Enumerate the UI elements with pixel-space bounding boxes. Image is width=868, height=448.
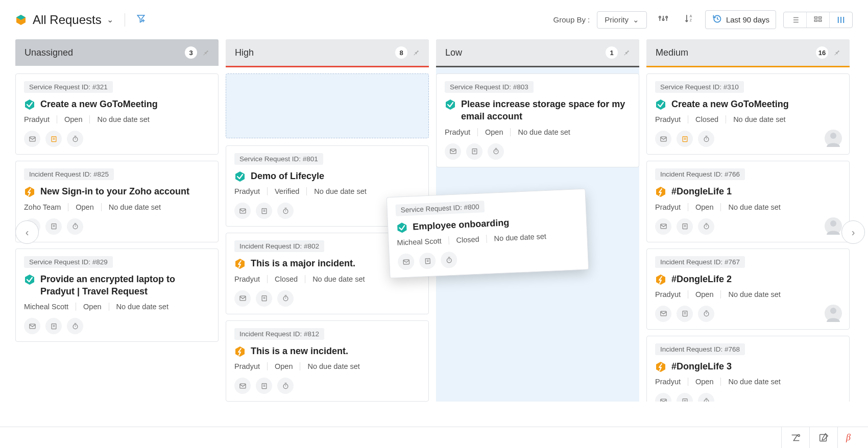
card-id-badge: Incident Request ID: #768 <box>655 343 745 355</box>
note-icon[interactable] <box>677 393 693 402</box>
settings-filter-icon[interactable] <box>654 10 672 29</box>
pin-icon[interactable] <box>833 48 840 57</box>
scroll-right-button[interactable]: › <box>841 220 865 244</box>
note-icon[interactable] <box>677 218 693 235</box>
note-icon[interactable] <box>256 378 272 394</box>
mail-icon[interactable] <box>445 143 461 160</box>
card-due: No due date set <box>307 187 373 195</box>
note-icon[interactable] <box>419 253 436 269</box>
request-card[interactable]: Service Request ID: #829Provide an encry… <box>15 248 219 342</box>
card-id-badge: Service Request ID: #801 <box>234 153 323 165</box>
timer-icon[interactable] <box>698 306 714 322</box>
date-range-button[interactable]: Last 90 days <box>705 10 776 29</box>
mail-icon[interactable] <box>234 378 251 394</box>
mail-icon[interactable] <box>655 306 671 322</box>
mail-icon[interactable] <box>655 393 671 402</box>
compose-button[interactable] <box>809 427 837 449</box>
drop-zone[interactable] <box>226 73 429 138</box>
column-title: Medium <box>656 47 688 58</box>
note-icon[interactable] <box>677 131 693 147</box>
request-card[interactable]: Service Request ID: #803Please increase … <box>436 73 639 167</box>
card-meta: Micheal Scott Closed No due date set <box>397 231 578 247</box>
sort-icon[interactable]: AZ <box>680 10 698 29</box>
timer-icon[interactable] <box>698 218 714 235</box>
column-header[interactable]: High8 <box>226 39 429 66</box>
pin-icon[interactable] <box>623 48 630 57</box>
incident-request-icon <box>655 361 666 372</box>
request-card[interactable]: Incident Request ID: #825New Sign-in to … <box>15 161 219 242</box>
mail-icon[interactable] <box>234 290 251 307</box>
card-status: Closed <box>449 235 487 244</box>
column-header[interactable]: Low1 <box>436 39 639 66</box>
beta-button[interactable]: β <box>837 427 859 449</box>
svg-point-13 <box>666 16 667 18</box>
request-card[interactable]: Incident Request ID: #767#DongleLife 2Pr… <box>646 248 850 330</box>
service-request-icon <box>445 99 456 110</box>
timer-icon[interactable] <box>441 252 457 268</box>
card-meta: PradyutOpenNo due date set <box>24 115 210 123</box>
timer-icon[interactable] <box>488 143 504 160</box>
pin-icon[interactable] <box>202 48 209 57</box>
note-icon[interactable] <box>45 218 62 235</box>
groupby-select[interactable]: Priority ⌄ <box>597 11 647 29</box>
card-view-button[interactable] <box>807 12 830 28</box>
card-due: No due date set <box>511 128 577 136</box>
card-status: Open <box>688 378 720 386</box>
timer-icon[interactable] <box>277 290 294 307</box>
incident-request-icon <box>655 274 666 285</box>
filter-icon[interactable] <box>136 14 146 26</box>
zia-button[interactable] <box>781 427 809 449</box>
card-due: No due date set <box>109 303 176 311</box>
mail-icon[interactable] <box>24 318 40 334</box>
card-status: Open <box>57 115 89 123</box>
timer-icon[interactable] <box>698 131 714 147</box>
column-count: 16 <box>816 46 828 59</box>
mail-icon[interactable] <box>655 218 671 235</box>
card-due: No due date set <box>487 232 553 243</box>
scroll-left-button[interactable]: ‹ <box>15 220 39 244</box>
note-icon[interactable] <box>677 306 693 322</box>
card-id-badge: Incident Request ID: #767 <box>655 256 745 268</box>
page-title-dropdown[interactable]: All Requests ⌄ <box>33 13 113 27</box>
column-body[interactable]: Service Request ID: #321Create a new GoT… <box>15 67 219 402</box>
request-card[interactable]: Service Request ID: #310Create a new GoT… <box>646 73 850 155</box>
groupby-label: Group By : <box>553 15 590 24</box>
timer-icon[interactable] <box>277 203 294 219</box>
request-card[interactable]: Service Request ID: #321Create a new GoT… <box>15 73 219 155</box>
mail-icon[interactable] <box>24 131 40 147</box>
pin-icon[interactable] <box>413 48 420 57</box>
column-header[interactable]: Medium16 <box>646 39 850 66</box>
column-count: 1 <box>606 46 618 59</box>
note-icon[interactable] <box>466 143 483 160</box>
chevron-down-icon: ⌄ <box>633 15 639 24</box>
timer-icon[interactable] <box>277 378 294 394</box>
card-title: Provide an encrypted laptop to Pradyut |… <box>40 273 210 298</box>
mail-icon[interactable] <box>234 203 251 219</box>
column-header[interactable]: Unassigned3 <box>15 39 219 66</box>
note-icon[interactable] <box>256 203 272 219</box>
card-id-badge: Incident Request ID: #825 <box>24 168 114 180</box>
card-id-badge: Service Request ID: #310 <box>655 81 744 93</box>
note-icon[interactable] <box>45 318 62 334</box>
mail-icon[interactable] <box>398 254 415 270</box>
kanban-column-unassigned: Unassigned3Service Request ID: #321Creat… <box>15 39 219 402</box>
kanban-view-button[interactable] <box>830 12 852 28</box>
card-id-badge: Service Request ID: #803 <box>445 81 534 93</box>
request-card[interactable]: Incident Request ID: #766#DongleLife 1Pr… <box>646 161 850 242</box>
timer-icon[interactable] <box>67 218 83 235</box>
request-card[interactable]: Incident Request ID: #812This is a new i… <box>226 320 429 402</box>
mail-icon[interactable] <box>655 131 671 147</box>
column-body[interactable]: Service Request ID: #310Create a new GoT… <box>646 67 850 402</box>
dragging-card[interactable]: Service Request ID: #800 Employee onboar… <box>387 189 589 279</box>
request-card[interactable]: Incident Request ID: #768#DongleLife 3Pr… <box>646 336 850 402</box>
timer-icon[interactable] <box>67 318 83 334</box>
note-icon[interactable] <box>45 131 62 147</box>
avatar <box>825 217 842 235</box>
note-icon[interactable] <box>256 290 272 307</box>
list-view-button[interactable] <box>784 12 807 28</box>
service-request-icon <box>655 99 666 110</box>
card-status: Closed <box>688 115 726 123</box>
card-meta: Micheal ScottOpenNo due date set <box>24 303 210 311</box>
timer-icon[interactable] <box>698 393 714 402</box>
timer-icon[interactable] <box>67 131 83 147</box>
